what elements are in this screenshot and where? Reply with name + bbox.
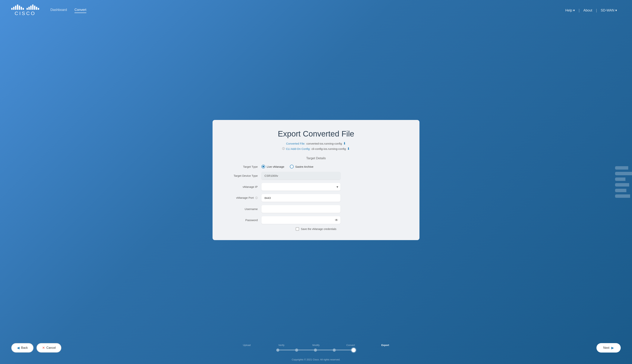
eye-icon[interactable]: 👁	[335, 218, 338, 222]
converted-file-label: Converted File:	[286, 142, 305, 145]
logo: CISCO	[11, 4, 39, 16]
vmanage-ip-wrapper: ▾	[261, 183, 340, 191]
deco-bar	[615, 194, 630, 198]
vmanage-port-info-icon[interactable]: ⓘ	[255, 196, 258, 199]
deco-bar	[615, 178, 625, 181]
header-right: Help ▾ | About | SD-WAN ▾	[561, 8, 621, 12]
target-type-label: Target Type	[224, 165, 258, 168]
footer: ◀ Back ✕ Cancel Upload Verify Modify Con…	[0, 339, 632, 358]
converted-file-download-icon[interactable]: ⬇	[343, 142, 346, 146]
logo-bar	[19, 6, 20, 10]
decorative-bars	[615, 166, 632, 198]
step-label-export: Export	[376, 344, 395, 346]
export-card: Export Converted File Converted File: co…	[213, 120, 419, 240]
copyright: Copyrights © 2021 Cisco. All rights rese…	[0, 358, 632, 364]
target-type-controls: Live vManage Sastre Archive	[261, 165, 340, 168]
main-nav: Dashboard Convert	[51, 8, 86, 13]
radio-sastre-archive[interactable]: Sastre Archive	[290, 165, 313, 168]
progress-dots	[276, 348, 356, 352]
next-icon: ▶	[611, 346, 614, 350]
radio-group: Live vManage Sastre Archive	[261, 165, 340, 168]
step-label-verify: Verify	[272, 344, 291, 346]
logo-bars	[11, 4, 39, 10]
converted-file-value: converted-ios.running-config	[306, 142, 342, 145]
cli-addon-label: CLI Add-On Config:	[286, 147, 310, 150]
logo-text: CISCO	[15, 10, 36, 16]
username-row: Username	[224, 205, 408, 213]
deco-bar	[615, 189, 626, 192]
save-credentials-row: Save the vManage credentials	[224, 227, 408, 231]
save-credentials-label[interactable]: Save the vManage credentials	[301, 228, 336, 230]
step-dot-upload	[276, 348, 279, 352]
password-label: Password	[224, 218, 258, 222]
step-label-modify: Modify	[307, 344, 325, 346]
password-wrapper: 👁	[261, 216, 340, 224]
sdwan-menu[interactable]: SD-WAN ▾	[597, 8, 621, 12]
cancel-button[interactable]: ✕ Cancel	[37, 343, 62, 352]
logo-bar	[34, 6, 35, 10]
cli-addon-row: ⓘ CLI Add-On Config: cli-config-ios.runn…	[224, 147, 408, 151]
password-input[interactable]	[261, 216, 340, 224]
password-row: Password 👁	[224, 216, 408, 224]
cancel-icon: ✕	[42, 346, 45, 350]
step-line-3	[317, 350, 333, 350]
nav-dashboard[interactable]: Dashboard	[51, 8, 67, 13]
logo-bar	[27, 8, 28, 10]
back-button[interactable]: ◀ Back	[11, 343, 34, 352]
footer-buttons: ◀ Back ✕ Cancel	[11, 343, 61, 352]
progress-area: Upload Verify Modify Convert Export	[237, 344, 395, 352]
save-credentials-checkbox[interactable]	[296, 227, 299, 231]
step-line-2	[298, 350, 314, 350]
header: CISCO Dashboard Convert Help ▾ | About |…	[0, 0, 632, 21]
deco-bar	[615, 183, 629, 186]
target-device-type-input-area	[261, 172, 340, 180]
step-line-1	[279, 350, 295, 350]
radio-sastre-circle[interactable]	[290, 165, 294, 168]
username-input[interactable]	[261, 205, 340, 213]
logo-bar	[32, 4, 34, 10]
vmanage-ip-label: vManage IP	[224, 185, 258, 188]
progress-labels: Upload Verify Modify Convert Export	[237, 344, 395, 346]
converted-file-row: Converted File: converted-ios.running-co…	[224, 142, 408, 146]
back-icon: ◀	[17, 346, 20, 350]
vmanage-ip-input-area: ▾	[261, 183, 340, 191]
main-content: Export Converted File Converted File: co…	[0, 21, 632, 339]
logo-bar	[29, 7, 30, 10]
step-line-4	[336, 350, 352, 350]
file-links: Converted File: converted-ios.running-co…	[224, 142, 408, 151]
logo-bar	[15, 6, 16, 10]
chevron-down-icon: ▾	[615, 8, 617, 12]
target-device-type-input	[261, 172, 340, 180]
help-menu[interactable]: Help ▾	[561, 8, 578, 12]
cli-info-icon[interactable]: ⓘ	[282, 147, 285, 150]
next-button[interactable]: Next ▶	[596, 343, 621, 352]
vmanage-port-input-area	[261, 194, 340, 202]
about-link[interactable]: About	[579, 8, 596, 12]
logo-bar	[38, 8, 39, 10]
target-type-row: Target Type Live vManage Sastre Archive	[224, 165, 408, 168]
username-input-area	[261, 205, 340, 213]
chevron-down-icon[interactable]: ▾	[336, 185, 338, 189]
nav-convert[interactable]: Convert	[75, 8, 86, 13]
chevron-down-icon: ▾	[573, 8, 575, 12]
target-device-type-row: Target Device Type	[224, 172, 408, 180]
vmanage-ip-row: vManage IP ▾	[224, 183, 408, 191]
logo-bar	[21, 7, 22, 10]
vmanage-ip-input[interactable]	[261, 183, 340, 191]
logo-bar	[30, 6, 32, 10]
radio-live-circle[interactable]	[261, 165, 265, 168]
step-dot-export	[352, 348, 356, 352]
vmanage-port-label: vManage Port ⓘ	[224, 196, 258, 200]
step-dot-verify	[295, 348, 298, 352]
cli-addon-download-icon[interactable]: ⬇	[347, 147, 350, 151]
logo-bar	[36, 7, 37, 10]
logo-bar	[13, 7, 15, 10]
step-label-convert: Convert	[341, 344, 360, 346]
deco-bar	[615, 166, 628, 170]
cli-addon-value: cli-config-ios.running-config	[311, 147, 346, 150]
step-label-upload: Upload	[237, 344, 256, 346]
password-input-area: 👁	[261, 216, 340, 224]
vmanage-port-input[interactable]	[261, 194, 340, 202]
step-dot-modify	[314, 348, 317, 352]
radio-live-vmanage[interactable]: Live vManage	[261, 165, 284, 168]
